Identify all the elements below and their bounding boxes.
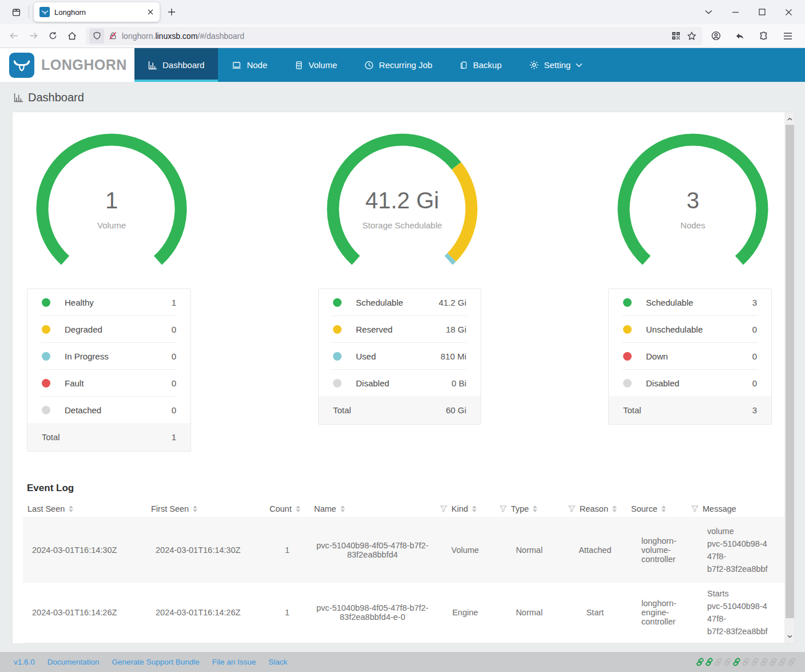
url-right-icons xyxy=(672,31,699,41)
sort-icon[interactable] xyxy=(69,505,73,512)
total-value: 1 xyxy=(172,432,176,442)
legend-value: 0 xyxy=(752,325,757,334)
nav-item-node[interactable]: Node xyxy=(218,48,281,82)
legend-value: 0 xyxy=(172,325,176,334)
back-icon[interactable] xyxy=(5,27,23,45)
schedulable-dot xyxy=(623,298,632,307)
sort-icon[interactable] xyxy=(612,505,617,512)
legend-row-in-progress: In Progress0 xyxy=(27,343,191,369)
dashboard-panel: 1Volume 41.2 GiStorage Schedulable 3Node… xyxy=(12,112,795,644)
chain-link-icon[interactable] xyxy=(751,658,759,666)
sort-icon[interactable] xyxy=(193,505,197,512)
used-dot xyxy=(333,352,342,361)
chain-link-icon[interactable] xyxy=(723,658,732,666)
legend-row-unschedulable: Unschedulable0 xyxy=(609,316,771,342)
sort-icon[interactable] xyxy=(340,505,345,512)
legend-value: 0 xyxy=(172,378,176,388)
event-log-title: Event Log xyxy=(27,483,74,494)
legend-total-row: Total60 Gi xyxy=(319,396,481,424)
chain-link-active-icon[interactable] xyxy=(705,658,713,666)
filter-icon[interactable] xyxy=(499,505,507,512)
sort-icon[interactable] xyxy=(296,505,300,512)
nav-item-label: Setting xyxy=(544,60,571,70)
event-log-row: 2024-03-01T16:14:26Z2024-03-01T16:14:26Z… xyxy=(23,583,786,642)
legend-value: 3 xyxy=(752,298,757,307)
firefox-view-icon[interactable] xyxy=(7,3,25,21)
reply-arrow-icon[interactable] xyxy=(731,27,749,45)
longhorn-brand: LONGHORN xyxy=(0,48,134,82)
toolbar-left-icons xyxy=(5,27,81,45)
puzzle-icon[interactable] xyxy=(755,27,773,45)
total-value: 60 Gi xyxy=(446,405,466,415)
cell-name: pvc-51040b98-4f05-47f8-b7f2-83f2ea8bbfd4 xyxy=(310,517,435,583)
menu-icon[interactable] xyxy=(779,27,797,45)
nav-item-backup[interactable]: Backup xyxy=(446,48,515,82)
message-text: Starts pvc-51040b98-4 47f8- b7f2-83f2ea8… xyxy=(707,587,768,638)
legend-label: Down xyxy=(646,351,668,361)
bookmark-star-icon[interactable] xyxy=(687,31,696,41)
version-link[interactable]: v1.6.0 xyxy=(14,658,35,666)
filter-icon[interactable] xyxy=(691,505,699,512)
new-tab-icon[interactable] xyxy=(168,8,176,16)
chain-link-icon[interactable] xyxy=(769,658,778,666)
healthy-dot xyxy=(42,298,50,307)
chain-link-active-icon[interactable] xyxy=(696,658,704,666)
maximize-icon[interactable] xyxy=(759,9,766,15)
sort-icon[interactable] xyxy=(472,505,477,512)
reload-icon[interactable] xyxy=(43,27,62,45)
legend-value: 0 xyxy=(752,351,757,361)
home-icon[interactable] xyxy=(63,27,81,45)
qr-code-icon[interactable] xyxy=(672,31,680,40)
node-icon xyxy=(232,61,241,70)
nav-item-recurring-job[interactable]: Recurring Job xyxy=(351,48,446,82)
column-header-message: Message xyxy=(687,500,784,517)
scroll-down-icon[interactable] xyxy=(784,631,795,642)
sort-icon[interactable] xyxy=(661,505,666,512)
account-icon[interactable] xyxy=(707,27,725,45)
close-icon[interactable] xyxy=(785,9,792,16)
chain-link-icon[interactable] xyxy=(741,658,750,666)
chain-link-active-icon[interactable] xyxy=(732,658,741,666)
cell-reason: Attached xyxy=(564,517,626,583)
legend-row-down: Down0 xyxy=(609,343,771,369)
column-label: Last Seen xyxy=(27,504,65,513)
column-label: Count xyxy=(269,504,292,513)
url-bar[interactable]: longhorn.linuxsb.com/#/dashboard xyxy=(86,27,702,45)
sort-icon[interactable] xyxy=(533,505,537,512)
page-title-row: Dashboard xyxy=(14,91,84,104)
donut-center: 41.2 GiStorage Schedulable xyxy=(327,133,478,284)
donut-center: 1Volume xyxy=(36,133,187,284)
panel-scrollbar[interactable] xyxy=(784,112,795,643)
chain-link-icon[interactable] xyxy=(787,658,796,666)
support-bundle-link[interactable]: Generate Support Bundle xyxy=(112,658,200,666)
slack-link[interactable]: Slack xyxy=(268,658,287,666)
documentation-link[interactable]: Documentation xyxy=(47,658,100,666)
forward-icon[interactable] xyxy=(24,27,42,45)
nav-item-setting[interactable]: Setting xyxy=(515,48,597,82)
nav-item-volume[interactable]: Volume xyxy=(281,48,351,82)
nodes-donut-chart: 3Nodes xyxy=(617,133,768,284)
tab-dropdown-icon[interactable] xyxy=(705,10,712,14)
scrollbar-thumb[interactable] xyxy=(786,125,794,618)
nav-item-dashboard[interactable]: Dashboard xyxy=(134,48,218,82)
browser-tab[interactable]: Longhorn xyxy=(34,2,160,22)
cell-first-seen: 2024-03-01T16:14:26Z xyxy=(146,583,265,642)
file-issue-link[interactable]: File an Issue xyxy=(212,658,256,666)
filter-icon[interactable] xyxy=(440,505,447,512)
chain-link-icon[interactable] xyxy=(778,658,787,666)
url-text[interactable]: longhorn.linuxsb.com/#/dashboard xyxy=(122,31,667,41)
minimize-icon[interactable] xyxy=(732,9,739,16)
chain-link-icon[interactable] xyxy=(714,658,723,666)
total-label: Total xyxy=(333,405,351,415)
shield-icon[interactable] xyxy=(89,29,104,44)
chevron-down-icon xyxy=(576,63,582,68)
tab-close-icon[interactable] xyxy=(147,9,154,15)
legend-value: 0 Bi xyxy=(451,378,466,388)
chain-link-icon[interactable] xyxy=(760,658,768,666)
filter-icon[interactable] xyxy=(568,505,576,512)
column-header-last-seen: Last Seen xyxy=(23,500,146,517)
lock-slash-icon[interactable] xyxy=(109,31,117,40)
cell-reason: Start xyxy=(564,583,626,642)
legend-value: 810 Mi xyxy=(441,351,466,361)
scroll-up-icon[interactable] xyxy=(784,113,795,125)
